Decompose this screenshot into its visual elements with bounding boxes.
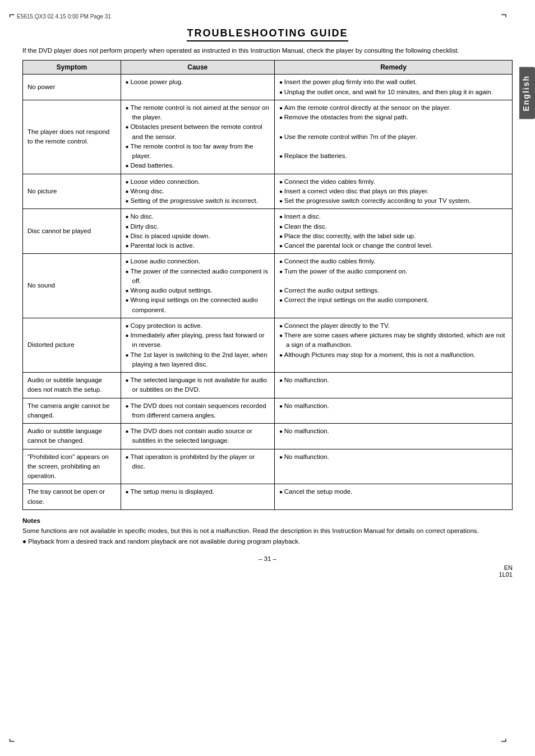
cause-item: Loose video connection. [126, 177, 270, 187]
corner-mark-tl: ⌐ [9, 9, 15, 21]
table-row: The player does not respond to the remot… [23, 100, 513, 174]
remedy-cell: No malfunction. [274, 424, 512, 449]
en-code: EN1L01 [22, 564, 513, 578]
page-title-section: TROUBLESHOOTING GUIDE [22, 27, 513, 41]
remedy-item: Set the progressive switch correctly acc… [279, 196, 508, 206]
remedy-item: Unplug the outlet once, and wait for 10 … [279, 87, 508, 97]
cause-cell: That operation is prohibited by the play… [121, 449, 274, 484]
cause-item: No disc. [126, 212, 270, 221]
cause-cell: Loose power plug. [121, 75, 274, 100]
cause-item: That operation is prohibited by the play… [126, 452, 270, 472]
cause-item: Wrong disc. [126, 187, 270, 196]
cause-item: Wrong input settings on the connected au… [126, 295, 270, 315]
remedy-item: Remove the obstacles from the signal pat… [279, 113, 508, 122]
main-content: Symptom Cause Remedy No power Loose powe… [22, 60, 513, 510]
page-container: ⌐ ⌐ ⌐ ⌐ English E5615.QX3 02.4.15 0:00 P… [0, 0, 535, 756]
symptom-cell: Audio or subtitle language cannot be cha… [23, 424, 121, 449]
remedy-item: No malfunction. [279, 426, 508, 436]
cause-cell: Loose video connection. Wrong disc. Sett… [121, 174, 274, 209]
intro-text: If the DVD player does not perform prope… [22, 46, 513, 55]
remedy-item: No malfunction. [279, 375, 508, 385]
cause-cell: No disc. Dirty disc. Disc is placed upsi… [121, 209, 274, 254]
cause-item: The DVD does not contain sequences recor… [126, 401, 270, 421]
troubleshooting-table: Symptom Cause Remedy No power Loose powe… [22, 60, 513, 510]
remedy-cell: Connect the video cables firmly. Insert … [274, 174, 512, 209]
cause-item: Obstacles present between the remote con… [126, 122, 270, 142]
symptom-cell: No picture [23, 174, 121, 209]
cause-item: The selected language is not available f… [126, 375, 270, 395]
col-header-symptom: Symptom [23, 61, 121, 75]
cause-cell: Copy protection is active. Immediately a… [121, 318, 274, 372]
remedy-item: Connect the video cables firmly. [279, 177, 508, 187]
table-row: No power Loose power plug. Insert the po… [23, 75, 513, 100]
table-row: The tray cannot be open or close. The se… [23, 484, 513, 510]
symptom-cell: No sound [23, 254, 121, 318]
cause-cell: The DVD does not contain audio source or… [121, 424, 274, 449]
remedy-item: Insert a correct video disc that plays o… [279, 187, 508, 196]
notes-line-1: Some functions are not available in spec… [22, 527, 479, 534]
symptom-cell: Disc cannot be played [23, 209, 121, 254]
english-tab: English [519, 67, 535, 119]
remedy-cell: No malfunction. [274, 373, 512, 398]
cause-item: Dirty disc. [126, 222, 270, 231]
cause-item: Immediately after playing, press fast fo… [126, 331, 270, 350]
page-title: TROUBLESHOOTING GUIDE [187, 27, 348, 41]
cause-cell: The setup menu is displayed. [121, 484, 274, 510]
corner-mark-br: ⌐ [501, 735, 507, 747]
cause-item: Parental lock is active. [126, 241, 270, 251]
table-row: The camera angle cannot be changed. The … [23, 398, 513, 424]
symptom-cell: Audio or subtitle language does not matc… [23, 373, 121, 398]
file-info: E5615.QX3 02.4.15 0:00 PM Page 31 [17, 13, 111, 20]
remedy-cell: Insert a disc. Clean the disc. Place the… [274, 209, 512, 254]
top-bar: E5615.QX3 02.4.15 0:00 PM Page 31 [0, 11, 535, 22]
remedy-cell: Connect the audio cables firmly. Turn th… [274, 254, 512, 318]
remedy-item: There are some cases where pictures may … [279, 331, 508, 350]
remedy-item: Clean the disc. [279, 222, 508, 231]
remedy-item: Place the disc correctly, with the label… [279, 231, 508, 241]
remedy-cell: Insert the power plug firmly into the wa… [274, 75, 512, 100]
en-code-text: EN1L01 [499, 564, 513, 578]
corner-mark-bl: ⌐ [9, 735, 15, 747]
symptom-cell: The tray cannot be open or close. [23, 484, 121, 510]
remedy-item: Insert a disc. [279, 212, 508, 221]
remedy-item: No malfunction. [279, 452, 508, 462]
cause-item: Loose power plug. [126, 77, 270, 87]
cause-cell: The selected language is not available f… [121, 373, 274, 398]
cause-item: Setting of the progressive switch is inc… [126, 196, 270, 206]
remedy-item: Insert the power plug firmly into the wa… [279, 77, 508, 87]
remedy-item: Correct the audio output settings. [279, 286, 508, 295]
remedy-item: Replace the batteries. [279, 151, 508, 161]
intro-content: If the DVD player does not perform prope… [22, 47, 459, 54]
symptom-cell: The camera angle cannot be changed. [23, 398, 121, 424]
symptom-cell: "Prohibited icon" appears on the screen,… [23, 449, 121, 484]
table-row: Audio or subtitle language does not matc… [23, 373, 513, 398]
cause-item: Copy protection is active. [126, 321, 270, 331]
remedy-cell: No malfunction. [274, 449, 512, 484]
cause-cell: Loose audio connection. The power of the… [121, 254, 274, 318]
notes-section: Notes Some functions are not available i… [22, 516, 513, 546]
remedy-cell: No malfunction. [274, 398, 512, 424]
cause-item: The power of the connected audio compone… [126, 267, 270, 286]
page-num-text: – 31 – [259, 555, 276, 562]
remedy-item: Correct the input settings on the audio … [279, 295, 508, 305]
notes-title: Notes [22, 517, 40, 524]
table-row: No sound Loose audio connection. The pow… [23, 254, 513, 318]
cause-item: The 1st layer is switching to the 2nd la… [126, 350, 270, 370]
cause-item: The DVD does not contain audio source or… [126, 426, 270, 446]
cause-item: Disc is placed upside down. [126, 231, 270, 241]
remedy-item: Turn the power of the audio component on… [279, 267, 508, 276]
table-row: Audio or subtitle language cannot be cha… [23, 424, 513, 449]
cause-item: The remote control is not aimed at the s… [126, 103, 270, 123]
cause-item: Wrong audio output settings. [126, 286, 270, 295]
cause-item: The setup menu is displayed. [126, 487, 270, 497]
remedy-item: Connect the player directly to the TV. [279, 321, 508, 331]
table-row: Disc cannot be played No disc. Dirty dis… [23, 209, 513, 254]
cause-cell: The remote control is not aimed at the s… [121, 100, 274, 174]
cause-item: Dead batteries. [126, 161, 270, 170]
remedy-item: Cancel the setup mode. [279, 487, 508, 497]
col-header-cause: Cause [121, 61, 274, 75]
cause-item: The remote control is too far away from … [126, 142, 270, 161]
remedy-item: No malfunction. [279, 401, 508, 411]
col-header-remedy: Remedy [274, 61, 512, 75]
symptom-cell: The player does not respond to the remot… [23, 100, 121, 174]
